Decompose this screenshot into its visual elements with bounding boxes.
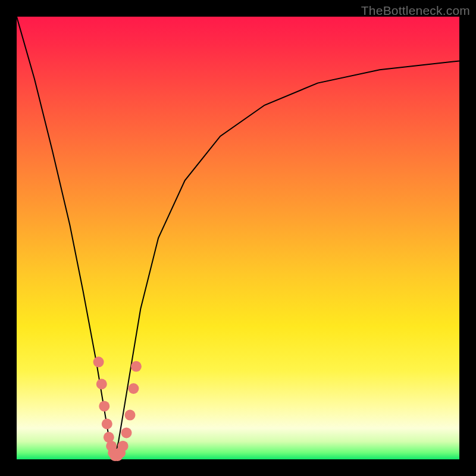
sample-dot [118,441,129,452]
sample-dot [93,356,104,367]
bottleneck-curve [17,17,459,459]
chart-svg [17,17,459,459]
watermark-text: TheBottleneck.com [361,4,470,18]
sample-dot [125,410,136,421]
sample-dot [128,383,139,394]
sample-dot [96,379,107,390]
sample-dot [102,419,112,430]
plot-area [17,17,459,459]
sample-dot [131,361,142,372]
sample-dot [99,401,109,412]
outer-frame: TheBottleneck.com [0,0,476,476]
sample-dot [121,427,132,438]
